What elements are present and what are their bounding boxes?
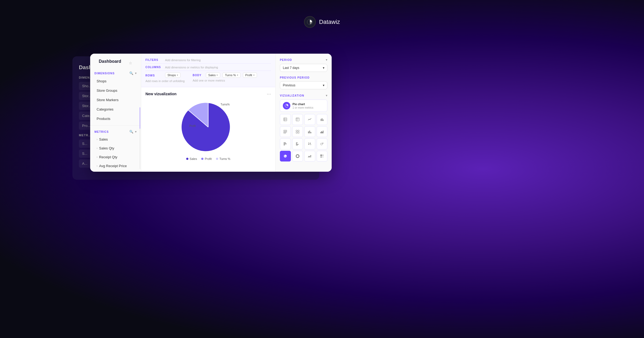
- legend-profit-dot: [201, 158, 203, 160]
- viz-btn-pie[interactable]: [280, 151, 291, 162]
- period-chevron-icon: ▾: [326, 58, 327, 62]
- metrics-item-receipt-qty[interactable]: › Receipt Qty: [92, 153, 139, 161]
- viz-btn-list[interactable]: [280, 126, 291, 137]
- svg-rect-16: [284, 133, 286, 133]
- body-chip-turns[interactable]: Turns % ▾: [222, 72, 241, 78]
- columns-label: COLUMNS: [145, 65, 163, 69]
- prev-period-label: PREVIOUS PERIOD: [280, 76, 310, 79]
- period-section: PERIOD ▾ Last 7 days ▾: [280, 58, 327, 72]
- svg-rect-44: [320, 155, 322, 156]
- svg-point-36: [310, 143, 311, 144]
- svg-rect-31: [296, 142, 298, 143]
- metrics-search-btn[interactable]: 🔍: [129, 130, 133, 134]
- svg-rect-32: [296, 143, 297, 144]
- chevron-icon: ›: [97, 138, 97, 141]
- viz-btn-hbar2[interactable]: [292, 138, 303, 149]
- filters-hint: Add dimensions for filtering: [165, 58, 201, 62]
- viz-btn-pivot[interactable]: [292, 114, 303, 125]
- metrics-item-avg-receipt[interactable]: › Avg Receipt Price: [92, 162, 139, 170]
- sidebar-divider: [90, 125, 141, 126]
- svg-point-39: [320, 143, 322, 145]
- rows-body-row: ROWS Shops ▾ Add rows in order of unfold…: [145, 71, 271, 84]
- svg-rect-24: [320, 132, 321, 133]
- svg-rect-28: [284, 142, 286, 143]
- viz-header: VIZUALIZATION ▾: [280, 94, 327, 97]
- svg-rect-22: [309, 131, 310, 133]
- svg-rect-8: [296, 118, 299, 121]
- viz-btn-colbar2[interactable]: [317, 126, 328, 137]
- legend-profit: Profit: [201, 157, 212, 160]
- app-name: Datawiz: [319, 19, 340, 25]
- svg-rect-25: [321, 131, 322, 133]
- chart-title: New vizualization: [145, 92, 177, 96]
- viz-btn-bar[interactable]: [317, 114, 328, 125]
- pie-label-profit: Profit: [189, 124, 196, 127]
- svg-rect-13: [323, 119, 324, 121]
- viz-btn-summary[interactable]: [292, 126, 303, 137]
- pie-label-turns: Turns%: [221, 103, 230, 106]
- sidebar-item-store-markers[interactable]: Store Markers: [92, 95, 139, 104]
- prev-period-section: PREVIOUS PERIOD Previous ▾: [280, 76, 327, 89]
- svg-rect-19: [296, 132, 297, 133]
- main-card: Dashboard ☆ DIMENSIONS 🔍 ▾ Shops Store G…: [90, 54, 332, 172]
- viz-chart-info: Pie chart 1 or more metrics: [280, 100, 327, 112]
- svg-rect-11: [321, 119, 321, 121]
- dimensions-label: DIMENSIONS: [94, 72, 115, 75]
- logo-icon: [304, 16, 316, 28]
- metrics-item-sales-qty[interactable]: › Sales Qty: [92, 144, 139, 152]
- sidebar-item-products[interactable]: Products: [92, 114, 139, 123]
- prev-period-arrow-icon: ▾: [323, 83, 324, 87]
- chart-more-btn[interactable]: ⋯: [267, 91, 271, 97]
- viz-btn-hbar[interactable]: [280, 138, 291, 149]
- viz-chart-name: Pie chart: [292, 102, 313, 106]
- svg-rect-14: [284, 130, 287, 131]
- metrics-icons: 🔍 ▾: [129, 130, 137, 134]
- legend-sales-dot: [186, 158, 188, 160]
- rows-chip-shops[interactable]: Shops ▾: [165, 72, 181, 78]
- scroll-track: [140, 107, 140, 169]
- viz-btn-bubble[interactable]: [317, 138, 328, 149]
- metrics-item-sales[interactable]: › Sales: [92, 135, 139, 144]
- period-select[interactable]: Last 7 days ▾: [280, 64, 327, 72]
- svg-rect-34: [296, 145, 298, 145]
- viz-btn-colbar[interactable]: [304, 126, 315, 137]
- columns-hint: Add dimensions or metrics for displaying: [165, 65, 218, 69]
- svg-rect-46: [320, 156, 322, 158]
- svg-rect-15: [284, 131, 287, 132]
- legend-turns-dot: [216, 158, 218, 160]
- viz-btn-table[interactable]: [280, 114, 291, 125]
- right-panel: PERIOD ▾ Last 7 days ▾ PREVIOUS PERIOD P…: [275, 54, 332, 172]
- columns-row: COLUMNS Add dimensions or metrics for di…: [145, 64, 271, 71]
- svg-rect-12: [322, 118, 323, 121]
- chart-container: Profit Turns% Sales Profit Turns: [145, 96, 271, 164]
- viz-btn-heat[interactable]: [317, 151, 328, 162]
- sidebar-item-store-groups[interactable]: Store Groups: [92, 86, 139, 95]
- viz-btn-donut[interactable]: [292, 151, 303, 162]
- viz-label: VIZUALIZATION: [280, 94, 304, 97]
- prev-period-header: PREVIOUS PERIOD: [280, 76, 327, 79]
- viz-btn-line[interactable]: [304, 114, 315, 125]
- period-header: PERIOD ▾: [280, 58, 327, 62]
- star-icon[interactable]: ☆: [129, 61, 132, 65]
- metrics-collapse-btn[interactable]: ▾: [135, 130, 137, 134]
- svg-point-40: [322, 143, 323, 144]
- rows-hint: Add rows in order of unfolding: [145, 79, 188, 83]
- viz-btn-area[interactable]: [304, 151, 315, 162]
- svg-rect-29: [284, 144, 287, 144]
- viz-btn-scatter[interactable]: [304, 138, 315, 149]
- body-label: BODY: [193, 74, 202, 77]
- body-chip-sales[interactable]: Sales ▾: [206, 72, 221, 78]
- body-hint: Add one or more metrics: [193, 79, 271, 82]
- sidebar-item-categories[interactable]: Categories: [92, 105, 139, 114]
- svg-rect-30: [284, 145, 285, 145]
- dimensions-search-btn[interactable]: 🔍: [129, 71, 133, 75]
- top-logo: Datawiz: [304, 16, 340, 28]
- prev-period-select[interactable]: Previous ▾: [280, 81, 327, 89]
- chevron-icon: ›: [97, 156, 97, 159]
- dashboard-title: Dashboard: [94, 59, 126, 67]
- legend-turns: Turns %: [216, 157, 230, 160]
- dimensions-collapse-btn[interactable]: ▾: [135, 71, 137, 75]
- svg-rect-23: [310, 132, 311, 133]
- body-chip-profit[interactable]: Profit ▾: [243, 72, 257, 78]
- sidebar-item-shops[interactable]: Shops: [92, 77, 139, 86]
